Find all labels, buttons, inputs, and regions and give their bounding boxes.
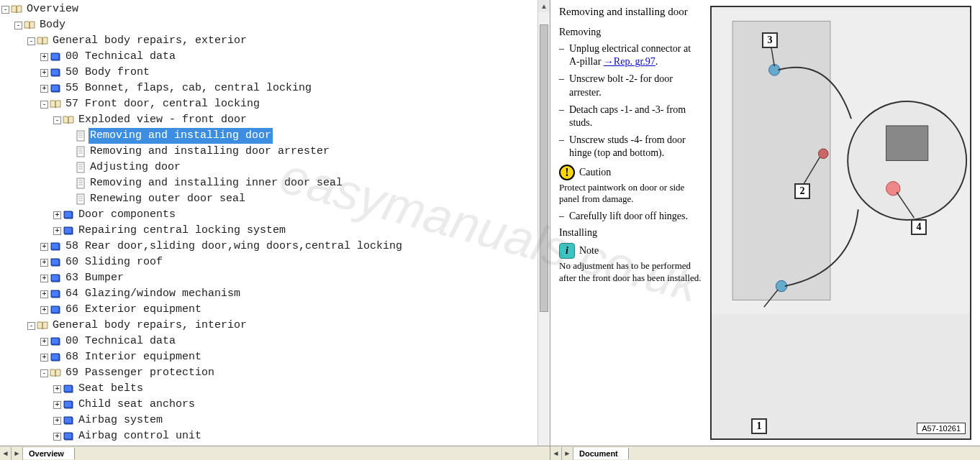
collapse-icon[interactable]: -	[53, 116, 61, 124]
caution-text: Protect paintwork on door or side panel …	[559, 182, 703, 206]
tree-item[interactable]: + 50 Body front	[1, 65, 550, 80]
page-icon	[76, 146, 86, 157]
scrollbar[interactable]: ▲	[537, 0, 550, 446]
tree-item[interactable]: + 63 Bumper	[1, 270, 550, 286]
blue-book-icon	[50, 273, 61, 283]
section-installing: Installing	[559, 227, 703, 239]
expand-icon[interactable]: +	[40, 290, 48, 298]
tree-item-overview[interactable]: - Overview	[1, 1, 550, 17]
tree-item[interactable]: + 68 Interior equipment	[1, 349, 550, 365]
tree-label: 66 Exterior equipment	[64, 302, 203, 318]
tab-next-icon[interactable]: ►	[562, 447, 573, 460]
tree-label: Airbag system	[77, 413, 164, 428]
expand-icon[interactable]: +	[53, 211, 61, 219]
page-icon	[76, 193, 86, 205]
tree-item[interactable]: + Seat belts	[1, 381, 550, 397]
expand-icon[interactable]: +	[40, 69, 48, 77]
collapse-icon[interactable]: -	[27, 37, 35, 45]
collapse-icon[interactable]: -	[40, 101, 48, 109]
tree-view[interactable]: - Overview - Body - General body repairs…	[0, 0, 550, 446]
tree-item[interactable]: - General body repairs, interior	[1, 318, 550, 334]
collapse-icon[interactable]: -	[14, 22, 22, 29]
expand-icon[interactable]: +	[40, 53, 48, 61]
expand-icon[interactable]: +	[53, 385, 61, 393]
tree-label: Exploded view - front door	[77, 112, 248, 128]
svg-rect-23	[886, 126, 928, 161]
tree-item[interactable]: - Exploded view - front door	[1, 112, 550, 128]
tree-item[interactable]: + 00 Technical data	[1, 49, 550, 65]
blue-book-icon	[50, 68, 61, 78]
expand-icon[interactable]: +	[53, 433, 61, 441]
tree-label: 63 Bumper	[64, 270, 125, 286]
tree-item[interactable]: + 00 Technical data	[1, 334, 550, 349]
svg-rect-21	[732, 21, 830, 300]
tab-prev-icon[interactable]: ◄	[0, 447, 12, 460]
tree-item[interactable]: + Airbag system	[1, 413, 550, 428]
tree-item[interactable]: + Door components	[1, 207, 550, 223]
doc-title: Removing and installing door	[559, 6, 703, 18]
blue-book-icon	[50, 52, 61, 62]
tree-item[interactable]: + Airbag control unit	[1, 428, 550, 444]
expand-icon[interactable]: +	[40, 85, 48, 93]
step-text: Unscrew studs -4- from door hinge (top a…	[569, 134, 703, 160]
tree-item[interactable]: - 69 Passenger protection	[1, 365, 550, 381]
note-text: No adjustment has to be performed after …	[559, 260, 703, 285]
tree-label: Door components	[77, 207, 177, 223]
tab-next-icon[interactable]: ►	[12, 447, 23, 460]
tree-item[interactable]: + 64 Glazing/window mechanism	[1, 286, 550, 302]
tree-item[interactable]: Removing and installing inner door seal	[1, 175, 550, 191]
collapse-icon[interactable]: -	[40, 369, 48, 377]
tree-label: Removing and installing inner door seal	[89, 175, 344, 191]
tree-item[interactable]: + 66 Exterior equipment	[1, 302, 550, 318]
scroll-up-icon[interactable]: ▲	[538, 0, 550, 12]
tree-item[interactable]: + Repairing central locking system	[1, 223, 550, 239]
tree-item[interactable]: + Child seat anchors	[1, 397, 550, 413]
expand-icon[interactable]: +	[40, 259, 48, 267]
tree-label: Airbag control unit	[77, 428, 203, 444]
tree-label: Removing and installing door arrester	[89, 144, 331, 160]
tree-item[interactable]: Renewing outer door seal	[1, 191, 550, 207]
tree-item[interactable]: + 55 Bonnet, flaps, cab, central locking	[1, 80, 550, 96]
collapse-icon[interactable]: -	[1, 6, 9, 14]
tree-item-body[interactable]: - Body	[1, 17, 550, 33]
tab-prev-icon[interactable]: ◄	[550, 447, 562, 460]
blue-book-icon	[50, 257, 61, 267]
step-text: Unscrew bolt -2- for door arrester.	[569, 73, 703, 98]
collapse-icon[interactable]: -	[27, 322, 35, 330]
diagram-ref: A57-10261	[917, 423, 966, 434]
blue-book-icon	[63, 384, 74, 394]
blue-book-icon	[63, 415, 74, 426]
tree-item[interactable]: Removing and installing door arrester	[1, 144, 550, 160]
rep-link[interactable]: →Rep. gr.97	[604, 56, 655, 67]
book-icon	[50, 99, 61, 109]
scroll-thumb[interactable]	[540, 24, 548, 312]
book-icon	[63, 115, 74, 125]
tree-label: 00 Technical data	[64, 334, 177, 349]
blue-book-icon	[50, 305, 61, 315]
svg-rect-12	[77, 178, 84, 188]
step-text: Carefully lift door off hinges.	[569, 210, 703, 223]
expand-icon[interactable]: +	[40, 275, 48, 282]
tree-label: Removing and installing door	[89, 128, 273, 144]
expand-icon[interactable]: +	[53, 227, 61, 235]
expand-icon[interactable]: +	[40, 354, 48, 362]
expand-icon[interactable]: +	[40, 306, 48, 314]
expand-icon[interactable]: +	[53, 401, 61, 409]
tree-item[interactable]: + 60 Sliding roof	[1, 254, 550, 270]
tree-item-selected[interactable]: Removing and installing door	[1, 128, 550, 144]
svg-point-26	[818, 149, 828, 159]
tree-item[interactable]: Adjusting door	[1, 160, 550, 175]
tree-item[interactable]: - General body repairs, exterior	[1, 33, 550, 49]
tree-item[interactable]: + 58 Rear door,sliding door,wing doors,c…	[1, 239, 550, 254]
expand-icon[interactable]: +	[40, 243, 48, 251]
note-label: Note	[579, 245, 599, 257]
blue-book-icon	[63, 431, 74, 441]
tab-document[interactable]: Document	[573, 448, 629, 459]
expand-icon[interactable]: +	[40, 338, 48, 346]
tree-label: Seat belts	[77, 381, 145, 397]
expand-icon[interactable]: +	[53, 417, 61, 425]
tab-overview[interactable]: Overview	[23, 448, 75, 459]
tree-item[interactable]: - 57 Front door, central locking	[1, 96, 550, 112]
tree-label: 69 Passenger protection	[64, 365, 216, 381]
tree-label: 58 Rear door,sliding door,wing doors,cen…	[64, 239, 404, 254]
